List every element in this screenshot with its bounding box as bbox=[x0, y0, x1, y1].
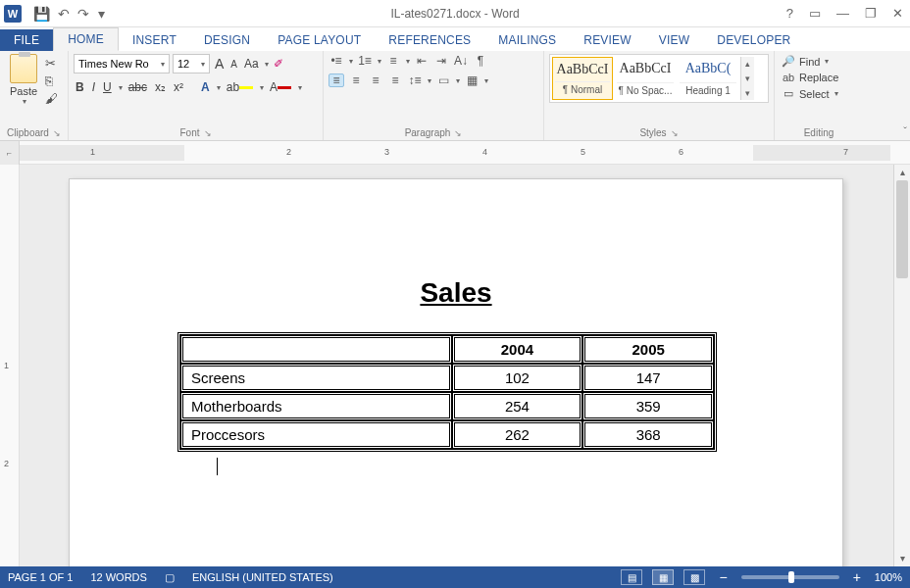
multilevel-list-icon[interactable]: ≡ bbox=[385, 54, 401, 68]
cut-icon[interactable]: ✂ bbox=[45, 56, 58, 71]
table-row[interactable]: 2004 2005 bbox=[180, 335, 714, 364]
paste-dropdown-icon[interactable]: ▾ bbox=[6, 97, 42, 106]
tab-insert[interactable]: INSERT bbox=[119, 29, 190, 51]
font-name-combo[interactable]: Times New Ro▾ bbox=[74, 54, 170, 74]
horizontal-ruler[interactable]: ⌐ 1 2 3 4 5 6 7 bbox=[0, 141, 910, 165]
vertical-scrollbar[interactable]: ▴ ▾ bbox=[893, 165, 910, 566]
superscript-button[interactable]: x² bbox=[172, 79, 185, 95]
subscript-button[interactable]: x₂ bbox=[153, 79, 168, 95]
table-cell[interactable]: 368 bbox=[582, 420, 714, 449]
bold-button[interactable]: B bbox=[74, 79, 86, 95]
align-justify-icon[interactable]: ≡ bbox=[387, 74, 403, 87]
table-cell[interactable]: 147 bbox=[582, 364, 714, 392]
zoom-slider[interactable] bbox=[741, 575, 839, 579]
shading-icon[interactable]: ▭ bbox=[435, 74, 451, 87]
italic-button[interactable]: I bbox=[90, 79, 97, 95]
zoom-slider-knob[interactable] bbox=[788, 571, 794, 583]
align-left-icon[interactable]: ≡ bbox=[329, 74, 344, 87]
grow-font-icon[interactable]: A bbox=[213, 55, 226, 73]
increase-indent-icon[interactable]: ⇥ bbox=[433, 54, 449, 68]
zoom-level[interactable]: 100% bbox=[875, 571, 902, 583]
copy-icon[interactable]: ⎘ bbox=[45, 74, 58, 88]
view-print-layout-icon[interactable]: ▦ bbox=[652, 569, 674, 585]
ruler-right-margin[interactable] bbox=[753, 145, 890, 161]
collapse-ribbon-icon[interactable]: ˇ bbox=[903, 125, 907, 137]
styles-up-icon[interactable]: ▴ bbox=[741, 57, 754, 71]
styles-launcher-icon[interactable]: ↘ bbox=[671, 128, 679, 138]
scroll-up-icon[interactable]: ▴ bbox=[894, 165, 910, 180]
ruler-corner[interactable]: ⌐ bbox=[0, 141, 20, 165]
vertical-ruler[interactable]: 1 2 bbox=[0, 165, 20, 566]
view-web-layout-icon[interactable]: ▩ bbox=[683, 569, 705, 585]
align-center-icon[interactable]: ≡ bbox=[348, 74, 364, 87]
table-header-cell[interactable]: 2005 bbox=[582, 335, 714, 364]
clear-formatting-icon[interactable]: ✐ bbox=[272, 56, 285, 72]
tab-mailings[interactable]: MAILINGS bbox=[484, 29, 570, 51]
tab-page-layout[interactable]: PAGE LAYOUT bbox=[264, 29, 375, 51]
table-cell[interactable]: 102 bbox=[452, 364, 583, 392]
styles-gallery[interactable]: AaBbCcI ¶ Normal AaBbCcI ¶ No Spac... Aa… bbox=[549, 54, 769, 103]
scroll-down-icon[interactable]: ▾ bbox=[894, 551, 910, 566]
table-cell[interactable]: 262 bbox=[452, 420, 583, 449]
line-spacing-icon[interactable]: ↕≡ bbox=[407, 74, 423, 87]
qat-customize-icon[interactable]: ▾ bbox=[98, 6, 105, 22]
table-header-cell[interactable]: 2004 bbox=[452, 335, 583, 364]
table-row[interactable]: Proccesors 262 368 bbox=[180, 420, 714, 449]
table-row[interactable]: Screens 102 147 bbox=[180, 364, 714, 392]
styles-down-icon[interactable]: ▾ bbox=[741, 72, 754, 85]
table-header-cell[interactable] bbox=[180, 335, 452, 364]
style-heading1[interactable]: AaBbC( Heading 1 bbox=[678, 57, 738, 100]
highlight-icon[interactable]: ab bbox=[225, 79, 255, 95]
sales-table[interactable]: 2004 2005 Screens 102 147 Motherboards 2… bbox=[177, 332, 717, 452]
undo-icon[interactable]: ↶ bbox=[58, 6, 70, 22]
borders-icon[interactable]: ▦ bbox=[464, 74, 480, 87]
underline-button[interactable]: U bbox=[101, 79, 114, 95]
table-cell[interactable]: Motherboards bbox=[180, 392, 452, 420]
help-icon[interactable]: ? bbox=[784, 6, 796, 21]
minimize-icon[interactable]: — bbox=[834, 6, 852, 21]
paste-button[interactable]: Paste ▾ bbox=[5, 54, 42, 106]
sort-icon[interactable]: A↓ bbox=[453, 54, 469, 68]
styles-more-icon[interactable]: ▾ bbox=[741, 86, 754, 100]
tab-design[interactable]: DESIGN bbox=[190, 29, 264, 51]
table-cell[interactable]: 254 bbox=[452, 392, 583, 420]
align-right-icon[interactable]: ≡ bbox=[368, 74, 383, 87]
numbering-icon[interactable]: 1≡ bbox=[357, 54, 373, 68]
document-page[interactable]: Sales 2004 2005 Screens 102 147 Motherbo… bbox=[69, 178, 843, 566]
bullets-icon[interactable]: •≡ bbox=[329, 54, 344, 68]
show-marks-icon[interactable]: ¶ bbox=[473, 54, 488, 68]
clipboard-launcher-icon[interactable]: ↘ bbox=[53, 128, 61, 138]
find-button[interactable]: 🔎Find▾ bbox=[780, 54, 858, 69]
status-language[interactable]: ENGLISH (UNITED STATES) bbox=[192, 571, 333, 584]
scroll-thumb[interactable] bbox=[896, 180, 908, 278]
zoom-out-button[interactable]: − bbox=[715, 569, 731, 585]
change-case-icon[interactable]: Aa bbox=[242, 56, 261, 72]
restore-icon[interactable]: ❐ bbox=[862, 6, 880, 21]
table-row[interactable]: Motherboards 254 359 bbox=[180, 392, 714, 420]
text-effects-icon[interactable]: A bbox=[199, 79, 212, 95]
shrink-font-icon[interactable]: A bbox=[228, 58, 239, 71]
font-size-combo[interactable]: 12▾ bbox=[173, 54, 210, 74]
tab-file[interactable]: FILE bbox=[0, 29, 53, 51]
tab-home[interactable]: HOME bbox=[53, 27, 119, 51]
zoom-in-button[interactable]: + bbox=[849, 569, 865, 585]
paragraph-launcher-icon[interactable]: ↘ bbox=[454, 128, 462, 138]
view-read-mode-icon[interactable]: ▤ bbox=[621, 569, 642, 585]
style-normal[interactable]: AaBbCcI ¶ Normal bbox=[552, 57, 613, 100]
ruler-left-margin[interactable] bbox=[20, 145, 184, 161]
format-painter-icon[interactable]: 🖌 bbox=[45, 91, 58, 106]
redo-icon[interactable]: ↷ bbox=[77, 6, 89, 22]
font-launcher-icon[interactable]: ↘ bbox=[204, 128, 212, 138]
tab-review[interactable]: REVIEW bbox=[570, 29, 645, 51]
tab-developer[interactable]: DEVELOPER bbox=[703, 29, 804, 51]
table-cell[interactable]: Proccesors bbox=[180, 420, 452, 449]
save-icon[interactable]: 💾 bbox=[33, 6, 50, 22]
tab-references[interactable]: REFERENCES bbox=[375, 29, 484, 51]
style-no-spacing[interactable]: AaBbCcI ¶ No Spac... bbox=[615, 57, 676, 100]
strikethrough-button[interactable]: abc bbox=[126, 79, 149, 95]
table-cell[interactable]: Screens bbox=[180, 364, 452, 392]
status-page[interactable]: PAGE 1 OF 1 bbox=[8, 571, 73, 584]
status-words[interactable]: 12 WORDS bbox=[90, 571, 146, 584]
status-proofing-icon[interactable]: ▢ bbox=[165, 571, 175, 584]
select-button[interactable]: ▭Select▾ bbox=[780, 86, 858, 101]
